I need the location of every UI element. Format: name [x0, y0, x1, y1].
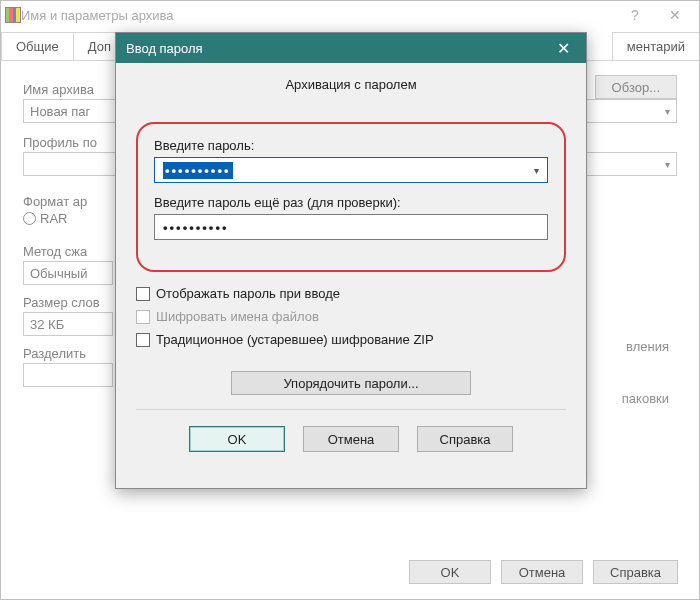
help-button[interactable]: Справка — [417, 426, 513, 452]
parent-cancel-button[interactable]: Отмена — [501, 560, 583, 584]
password-input[interactable]: •••••••••• ▾ — [154, 157, 548, 183]
encrypt-names-checkbox: Шифровать имена файлов — [136, 309, 566, 324]
parent-ok-button[interactable]: OK — [409, 560, 491, 584]
packing-hint: паковки — [622, 391, 669, 406]
modal-body: Архивация с паролем Введите пароль: ••••… — [116, 63, 586, 488]
show-password-checkbox[interactable]: Отображать пароль при вводе — [136, 286, 566, 301]
parent-help-button[interactable]: Справка — [593, 560, 678, 584]
password-dialog: Ввод пароля ✕ Архивация с паролем Введит… — [115, 32, 587, 489]
split-input[interactable] — [23, 363, 113, 387]
winrar-icon — [5, 7, 21, 23]
chevron-down-icon[interactable]: ▾ — [534, 165, 539, 176]
chevron-down-icon: ▾ — [665, 159, 670, 170]
modal-titlebar: Ввод пароля ✕ — [116, 33, 586, 63]
modal-heading: Архивация с паролем — [136, 77, 566, 92]
organize-passwords-button[interactable]: Упорядочить пароли... — [231, 371, 471, 395]
close-icon[interactable]: ✕ — [655, 7, 695, 23]
ok-button[interactable]: OK — [189, 426, 285, 452]
browse-button[interactable]: Обзор... — [595, 75, 677, 99]
dictionary-select[interactable]: 32 КБ — [23, 312, 113, 336]
password-confirm-input[interactable]: •••••••••• — [154, 214, 548, 240]
cancel-button[interactable]: Отмена — [303, 426, 399, 452]
password-callout: Введите пароль: •••••••••• ▾ Введите пар… — [136, 122, 566, 272]
modal-button-row: OK Отмена Справка — [136, 409, 566, 470]
close-icon[interactable]: ✕ — [551, 39, 576, 58]
method-select[interactable]: Обычный — [23, 261, 113, 285]
radio-icon — [23, 212, 36, 225]
help-icon[interactable]: ? — [615, 7, 655, 23]
checkbox-icon — [136, 310, 150, 324]
tab-comment[interactable]: ментарий — [612, 32, 700, 60]
update-mode-hint: вления — [626, 339, 669, 354]
modal-title: Ввод пароля — [126, 41, 203, 56]
reenter-password-label: Введите пароль ещё раз (для проверки): — [154, 195, 548, 210]
format-rar-radio[interactable]: RAR — [23, 211, 67, 226]
tab-general[interactable]: Общие — [1, 32, 74, 60]
checkbox-icon — [136, 287, 150, 301]
chevron-down-icon: ▾ — [665, 106, 670, 117]
checkbox-icon — [136, 333, 150, 347]
zip-legacy-checkbox[interactable]: Традиционное (устаревшее) шифрование ZIP — [136, 332, 566, 347]
parent-button-row: OK Отмена Справка — [409, 560, 678, 584]
parent-titlebar: Имя и параметры архива ? ✕ — [1, 1, 699, 29]
parent-title: Имя и параметры архива — [21, 8, 173, 23]
enter-password-label: Введите пароль: — [154, 138, 548, 153]
